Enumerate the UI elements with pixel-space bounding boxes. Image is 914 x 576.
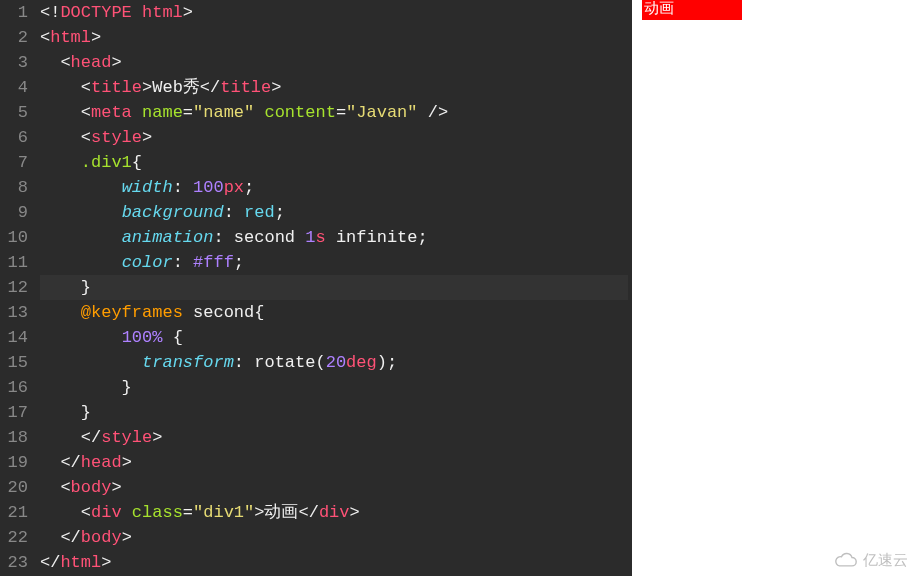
line-number: 4 <box>2 75 28 100</box>
code-line[interactable]: background: red; <box>40 200 628 225</box>
code-line[interactable]: 100% { <box>40 325 628 350</box>
line-number: 9 <box>2 200 28 225</box>
line-number: 23 <box>2 550 28 575</box>
code-line[interactable]: <head> <box>40 50 628 75</box>
code-line[interactable]: color: #fff; <box>40 250 628 275</box>
line-number: 17 <box>2 400 28 425</box>
preview-pane: 动画 亿速云 <box>632 0 914 576</box>
line-number: 6 <box>2 125 28 150</box>
line-number: 20 <box>2 475 28 500</box>
code-line[interactable]: width: 100px; <box>40 175 628 200</box>
code-line[interactable]: </head> <box>40 450 628 475</box>
line-number: 19 <box>2 450 28 475</box>
code-line[interactable]: @keyframes second{ <box>40 300 628 325</box>
line-number: 22 <box>2 525 28 550</box>
line-number: 8 <box>2 175 28 200</box>
code-content[interactable]: <!DOCTYPE html><html> <head> <title>Web秀… <box>36 0 632 576</box>
line-number: 18 <box>2 425 28 450</box>
line-number: 15 <box>2 350 28 375</box>
line-number: 12 <box>2 275 28 300</box>
code-line[interactable]: <meta name="name" content="Javan" /> <box>40 100 628 125</box>
code-line[interactable]: <!DOCTYPE html> <box>40 0 628 25</box>
code-line[interactable]: </html> <box>40 550 628 575</box>
code-line[interactable]: <body> <box>40 475 628 500</box>
code-line[interactable]: <title>Web秀</title> <box>40 75 628 100</box>
code-line[interactable]: } <box>40 275 628 300</box>
line-number: 16 <box>2 375 28 400</box>
line-number: 2 <box>2 25 28 50</box>
line-number: 3 <box>2 50 28 75</box>
line-number: 5 <box>2 100 28 125</box>
code-line[interactable]: animation: second 1s infinite; <box>40 225 628 250</box>
code-line[interactable]: <html> <box>40 25 628 50</box>
line-number: 1 <box>2 0 28 25</box>
line-number: 13 <box>2 300 28 325</box>
code-line[interactable]: .div1{ <box>40 150 628 175</box>
watermark-text: 亿速云 <box>863 551 908 570</box>
line-number: 14 <box>2 325 28 350</box>
line-number: 11 <box>2 250 28 275</box>
code-editor[interactable]: 1234567891011121314151617181920212223 <!… <box>0 0 632 576</box>
cloud-icon <box>831 552 859 570</box>
code-line[interactable]: <style> <box>40 125 628 150</box>
watermark: 亿速云 <box>831 551 908 570</box>
line-number: 7 <box>2 150 28 175</box>
code-line[interactable]: </body> <box>40 525 628 550</box>
animated-div: 动画 <box>642 0 742 20</box>
line-number-gutter: 1234567891011121314151617181920212223 <box>0 0 36 576</box>
code-line[interactable]: } <box>40 400 628 425</box>
code-line[interactable]: transform: rotate(20deg); <box>40 350 628 375</box>
line-number: 21 <box>2 500 28 525</box>
code-line[interactable]: </style> <box>40 425 628 450</box>
code-line[interactable]: } <box>40 375 628 400</box>
code-line[interactable]: <div class="div1">动画</div> <box>40 500 628 525</box>
line-number: 10 <box>2 225 28 250</box>
